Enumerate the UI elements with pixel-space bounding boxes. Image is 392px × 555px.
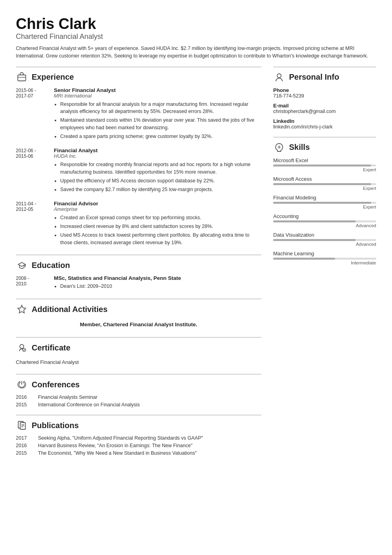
publication-entry: 2017Seeking Alpha, "Uniform Adjusted Fin… — [16, 435, 261, 441]
skill-item: Microsoft ExcelExpert — [273, 157, 376, 172]
publications-title: Publications — [32, 421, 79, 430]
education-entries: 2008 - 2010MSc, Statistics and Financial… — [16, 275, 261, 291]
certificate-icon — [16, 342, 28, 354]
conference-text: International Conference on Financial An… — [38, 402, 140, 408]
entry-date: 2011-04 - 2012-05 — [16, 201, 48, 247]
personal-info-icon — [273, 71, 285, 83]
personal-info-header: Personal Info — [273, 67, 376, 83]
experience-entries: 2015-06 - 2017-07Senior Financial Analys… — [16, 87, 261, 248]
entry-bullet: Responsible for creating monthly financi… — [60, 161, 261, 176]
svg-marker-3 — [18, 305, 26, 313]
entry-bullet: Increased client revenue by 8% and clien… — [60, 223, 261, 230]
skill-name: Machine Learning — [273, 251, 376, 256]
entry-date: 2012-06 - 2015-06 — [16, 147, 48, 194]
conference-year: 2015 — [16, 402, 32, 408]
skill-bar-container — [273, 202, 376, 204]
info-label: Phone — [273, 87, 376, 93]
entry-company: HUDA Inc. — [54, 153, 261, 159]
skill-level: Expert — [273, 205, 376, 209]
additional-text: Member, Chartered Financial Analyst Inst… — [16, 319, 261, 330]
skill-bar-container — [273, 258, 376, 260]
personal-info-title: Personal Info — [289, 73, 339, 82]
entry-company: MRI International — [54, 93, 261, 99]
skill-level: Expert — [273, 186, 376, 191]
skill-name: Data Visualization — [273, 232, 376, 238]
skills-items: Microsoft ExcelExpertMicrosoft AccessExp… — [273, 157, 376, 265]
svg-point-4 — [20, 344, 24, 348]
education-header: Education — [16, 255, 261, 271]
entry-title: Financial Advisor — [54, 201, 261, 207]
right-column: Personal Info Phone718-774-5239E-mailchr… — [273, 67, 376, 463]
resume-header: Chris Clark Chartered Financial Analyst … — [16, 16, 376, 60]
info-label: LinkedIn — [273, 118, 376, 124]
skill-bar-container — [273, 165, 376, 166]
publication-year: 2017 — [16, 435, 32, 441]
experience-header: Experience — [16, 67, 261, 83]
skill-item: Machine LearningIntermediate — [273, 251, 376, 265]
skills-header: Skills — [273, 137, 376, 153]
entry-content: Financial AdvisorAmeripriseCreated an Ex… — [54, 201, 261, 247]
skill-bar-container — [273, 239, 376, 241]
entry-bullet: Upped the efficiency of MS Access decisi… — [60, 177, 261, 185]
skill-bar-fill — [273, 258, 335, 260]
entry-company: Ameriprise — [54, 207, 261, 212]
entry-content: Senior Financial AnalystMRI Internationa… — [54, 87, 261, 142]
entry: 2008 - 2010MSc, Statistics and Financial… — [16, 275, 261, 291]
skill-bar-container — [273, 183, 376, 185]
svg-point-12 — [277, 74, 281, 78]
entry-bullet: Created a spare parts pricing scheme; gr… — [60, 133, 261, 140]
entry: 2015-06 - 2017-07Senior Financial Analys… — [16, 87, 261, 142]
publication-text: Seeking Alpha, "Uniform Adjusted Financi… — [38, 435, 203, 441]
entry-bullet: Created an Excel spread comps sheet for … — [60, 214, 261, 222]
certificate-title: Certificate — [32, 343, 70, 352]
conference-text: Financial Analysts Seminar — [38, 394, 97, 400]
certificate-section: Certificate Chartered Financial Analyst — [16, 337, 261, 367]
entry-bullets: Responsible for creating monthly financi… — [54, 161, 261, 193]
entry-bullet: Responsible for all financial analysis f… — [60, 101, 261, 116]
conference-entry: 2016Financial Analysts Seminar — [16, 394, 261, 400]
additional-icon — [16, 303, 28, 315]
skill-level: Advanced — [273, 242, 376, 247]
skill-name: Microsoft Excel — [273, 157, 376, 163]
personal-info-section: Personal Info Phone718-774-5239E-mailchr… — [273, 67, 376, 130]
entry-bullet: Maintained standard costs within 1% devi… — [60, 117, 261, 132]
additional-title: Additional Activities — [32, 305, 108, 314]
conferences-title: Conferences — [32, 380, 80, 389]
candidate-name: Chris Clark — [16, 16, 376, 33]
personal-info-items: Phone718-774-5239E-mailchristopherclark@… — [273, 87, 376, 130]
left-column: Experience 2015-06 - 2017-07Senior Finan… — [16, 67, 261, 463]
entry-bullet: Saved the company $2.7 million by identi… — [60, 186, 261, 193]
certificate-header: Certificate — [16, 337, 261, 354]
skill-level: Expert — [273, 167, 376, 172]
entry-content: MSc, Statistics and Financial Analysis, … — [54, 275, 261, 291]
skill-bar-fill — [273, 220, 356, 222]
entry-title: Senior Financial Analyst — [54, 87, 261, 93]
education-section: Education 2008 - 2010MSc, Statistics and… — [16, 255, 261, 291]
skill-item: Financial ModelingExpert — [273, 195, 376, 209]
info-label: E-mail — [273, 103, 376, 109]
publication-year: 2015 — [16, 450, 32, 456]
svg-rect-0 — [18, 75, 26, 81]
experience-title: Experience — [32, 73, 74, 82]
info-value: linkedin.com/in/chris-j-clark — [273, 124, 376, 130]
entry-date: 2008 - 2010 — [16, 275, 48, 291]
personal-info-item: LinkedInlinkedin.com/in/chris-j-clark — [273, 118, 376, 130]
entry-title: MSc, Statistics and Financial Analysis, … — [54, 275, 261, 281]
certificate-text: Chartered Financial Analyst — [16, 358, 261, 367]
entry-bullets: Created an Excel spread comps sheet for … — [54, 214, 261, 246]
skill-level: Intermediate — [273, 260, 376, 265]
candidate-title: Chartered Financial Analyst — [16, 33, 376, 41]
skill-item: Data VisualizationAdvanced — [273, 232, 376, 247]
entry: 2011-04 - 2012-05Financial AdvisorAmerip… — [16, 201, 261, 247]
additional-header: Additional Activities — [16, 299, 261, 315]
publication-year: 2016 — [16, 443, 32, 448]
conferences-icon — [16, 379, 28, 390]
entry: 2012-06 - 2015-06Financial AnalystHUDA I… — [16, 147, 261, 194]
experience-section: Experience 2015-06 - 2017-07Senior Finan… — [16, 67, 261, 248]
publication-entry: 2016Harvard Business Review, "An Erosion… — [16, 443, 261, 448]
skills-section: Skills Microsoft ExcelExpertMicrosoft Ac… — [273, 137, 376, 265]
skill-bar-fill — [273, 239, 356, 241]
experience-icon — [16, 71, 28, 83]
education-icon — [16, 259, 28, 271]
additional-section: Additional Activities Member, Chartered … — [16, 299, 261, 330]
